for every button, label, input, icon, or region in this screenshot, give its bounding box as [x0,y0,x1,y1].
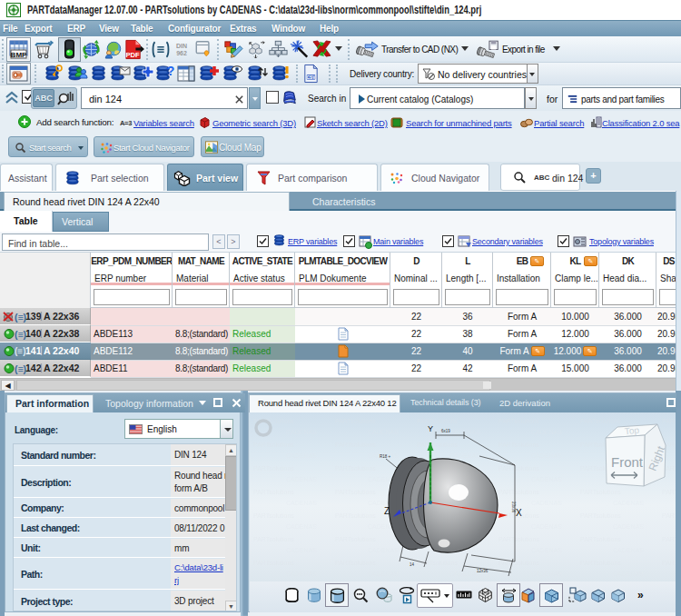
svg-text:Top: Top [624,425,640,437]
svg-text:Z: Z [384,506,390,516]
svg-text:Y: Y [428,424,433,433]
svg-text:?: ? [167,65,175,78]
svg-text:Front: Front [611,454,644,470]
svg-text:X: X [516,508,522,518]
svg-text:6x19: 6x19 [441,429,450,433]
svg-text:12x36: 12x36 [477,569,489,573]
svg-text:PDF: PDF [125,51,140,59]
svg-text:BMP: BMP [11,51,27,59]
svg-text:CSV: CSV [307,75,317,80]
svg-text:14: 14 [410,562,415,567]
svg-text:R18 +: R18 + [380,454,391,459]
